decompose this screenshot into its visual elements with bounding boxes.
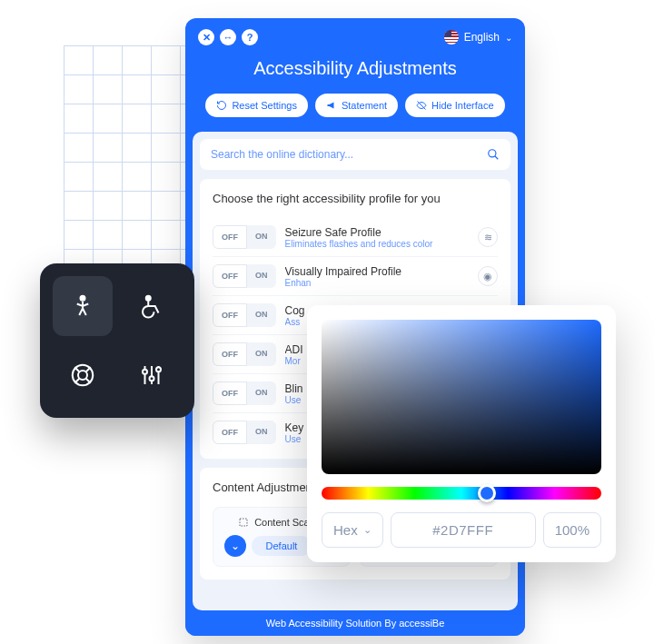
profile-row: OFF ON Seizure Safe Profile Eliminates f… — [213, 218, 498, 257]
wheelchair-icon — [138, 292, 165, 320]
svg-point-15 — [143, 370, 147, 374]
statement-button[interactable]: Statement — [315, 94, 398, 117]
seizure-icon: ≋ — [478, 227, 498, 247]
profile-row: OFF ON Visually Impaired Profile Enhan ◉ — [213, 257, 498, 296]
eye-icon: ◉ — [478, 266, 498, 286]
color-gradient[interactable] — [322, 320, 601, 474]
hide-interface-button[interactable]: Hide Interface — [405, 94, 504, 117]
profile-toggle[interactable]: OFF ON — [213, 342, 276, 366]
svg-line-8 — [74, 367, 79, 372]
panel-title: Accessibility Adjustments — [185, 58, 525, 79]
toggle-on: ON — [247, 225, 276, 249]
color-picker: Hex ⌄ #2D7FFF 100% — [307, 305, 616, 562]
flag-us-icon — [444, 30, 459, 45]
hide-label: Hide Interface — [431, 100, 493, 111]
scaling-icon — [238, 517, 249, 528]
opacity-value: 100% — [555, 522, 590, 538]
toggle-on: ON — [247, 421, 276, 444]
toggle-off: OFF — [213, 303, 247, 327]
svg-point-4 — [81, 296, 85, 301]
color-hex-input[interactable]: #2D7FFF — [391, 512, 536, 548]
help-icon[interactable]: ? — [242, 29, 258, 45]
chevron-down-icon: ⌄ — [505, 33, 512, 43]
statement-label: Statement — [342, 100, 387, 111]
person-icon — [69, 292, 96, 320]
format-label: Hex — [333, 522, 358, 538]
megaphone-icon — [326, 100, 337, 111]
lifebuoy-icon — [69, 362, 96, 389]
lifebuoy-button[interactable] — [53, 345, 113, 405]
svg-rect-3 — [240, 519, 247, 526]
toggle-on: ON — [247, 303, 276, 327]
search-box — [200, 139, 510, 170]
scale-down-button[interactable]: ⌄ — [224, 535, 246, 557]
sliders-button[interactable] — [122, 345, 182, 405]
window-controls: ✕ ↔ ? — [198, 29, 258, 45]
profile-text: Visually Impaired Profile Enhan — [285, 265, 470, 288]
toggle-on: ON — [247, 264, 276, 288]
profile-title: Visually Impaired Profile — [285, 265, 470, 278]
profile-toggle[interactable]: OFF ON — [213, 264, 276, 288]
hex-value: #2D7FFF — [432, 522, 493, 538]
svg-point-5 — [146, 296, 151, 301]
color-format-select[interactable]: Hex ⌄ — [322, 512, 383, 548]
reset-settings-button[interactable]: Reset Settings — [205, 94, 308, 117]
opacity-input[interactable]: 100% — [543, 512, 601, 548]
profile-title: Seizure Safe Profile — [285, 226, 470, 239]
toggle-off: OFF — [213, 381, 247, 405]
svg-line-10 — [74, 379, 79, 383]
wheelchair-button[interactable] — [122, 276, 182, 336]
profile-toggle[interactable]: OFF ON — [213, 381, 276, 405]
profile-sub: Enhan — [285, 278, 470, 288]
toggle-off: OFF — [213, 264, 247, 288]
toggle-off: OFF — [213, 225, 247, 249]
svg-point-16 — [150, 376, 154, 381]
reset-label: Reset Settings — [232, 100, 297, 111]
language-label: English — [464, 31, 500, 44]
hue-thumb[interactable] — [478, 484, 496, 502]
search-input[interactable] — [211, 148, 487, 161]
panel-topbar: ✕ ↔ ? English ⌄ — [185, 18, 525, 49]
hue-slider[interactable] — [322, 487, 601, 500]
svg-point-17 — [156, 367, 161, 372]
accessibility-button[interactable] — [53, 276, 113, 336]
scale-value: Default — [252, 536, 312, 556]
chevron-down-icon: ⌄ — [363, 524, 372, 536]
resize-icon[interactable]: ↔ — [220, 29, 236, 45]
profiles-heading: Choose the right accessibility profile f… — [213, 192, 498, 205]
profile-sub: Eliminates flashes and reduces color — [285, 239, 470, 249]
svg-line-11 — [86, 379, 91, 383]
panel-footer: Web Accessibility Solution By accessiBe — [185, 610, 525, 636]
profile-toggle[interactable]: OFF ON — [213, 303, 276, 327]
svg-point-7 — [78, 371, 87, 380]
svg-line-9 — [86, 367, 91, 372]
language-selector[interactable]: English ⌄ — [444, 30, 512, 45]
toggle-off: OFF — [213, 342, 247, 366]
profile-toggle[interactable]: OFF ON — [213, 225, 276, 249]
search-icon — [487, 148, 500, 161]
action-pills: Reset Settings Statement Hide Interface — [185, 94, 525, 132]
profile-text: Seizure Safe Profile Eliminates flashes … — [285, 226, 470, 249]
picker-inputs: Hex ⌄ #2D7FFF 100% — [322, 512, 601, 548]
toggle-off: OFF — [213, 421, 247, 444]
reset-icon — [216, 100, 227, 111]
svg-line-2 — [495, 156, 499, 160]
toggle-on: ON — [247, 381, 276, 405]
profile-toggle[interactable]: OFF ON — [213, 421, 276, 444]
toggle-on: ON — [247, 342, 276, 366]
close-icon[interactable]: ✕ — [198, 29, 214, 45]
accessibility-toolbar — [40, 263, 194, 418]
eye-off-icon — [416, 100, 427, 111]
svg-point-1 — [489, 150, 496, 157]
sliders-icon — [138, 362, 165, 389]
